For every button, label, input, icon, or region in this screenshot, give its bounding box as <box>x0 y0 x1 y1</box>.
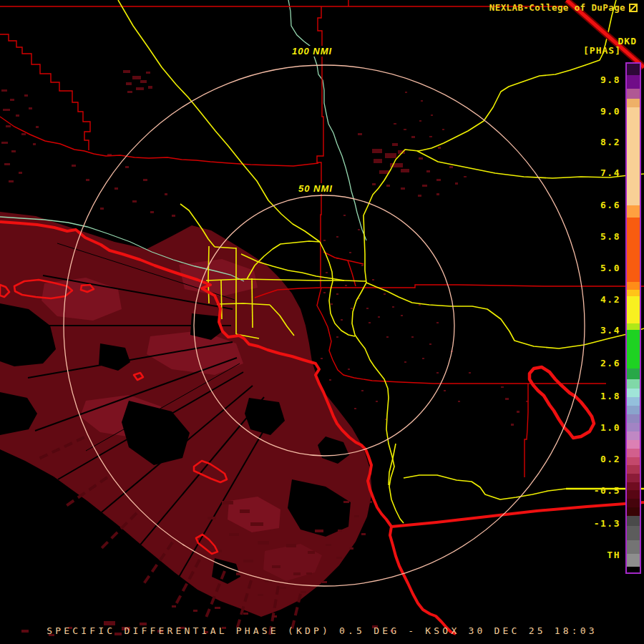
radar-map-svg <box>0 0 644 644</box>
colorbar-segment <box>627 554 640 567</box>
colorbar-segment <box>627 431 640 440</box>
colorbar-segment <box>627 507 640 516</box>
colorbar-label: -0.5 <box>577 485 620 496</box>
colorbar-segment <box>627 474 640 482</box>
radar-display: 100 NMI 50 NMI NEXLAB-College of DuPage … <box>0 0 644 644</box>
colorbar-label: TH <box>577 550 620 560</box>
colorbar-segment <box>627 323 640 330</box>
colorbar-segment <box>627 107 640 205</box>
colorbar-segment <box>627 282 640 290</box>
colorbar-label: 0.2 <box>577 454 620 464</box>
colorbar-segment <box>627 290 640 296</box>
colorbar-segment <box>627 414 640 423</box>
colorbar-segment <box>627 296 640 323</box>
colorbar-label: 1.8 <box>577 391 620 401</box>
colorbar-segment <box>627 423 640 431</box>
header: NEXLAB-College of DuPage <box>489 2 638 13</box>
caption: SPECIFIC DIFFERENTIAL PHASE (KDP) 0.5 DE… <box>0 625 644 636</box>
colorbar-label: 9.0 <box>577 106 620 117</box>
colorbar-label: 9.8 <box>577 74 620 85</box>
colorbar-label: 8.2 <box>577 137 620 147</box>
colorbar-segment <box>627 457 640 465</box>
colorbar-segment <box>627 389 640 397</box>
colorbar-segment <box>627 540 640 554</box>
colorbar-segment <box>627 516 640 526</box>
colorbar-segment <box>627 75 640 89</box>
product-phase-tag: [PHAS] <box>583 45 621 56</box>
colorbar-label: 2.6 <box>577 358 620 369</box>
colorbar-label: 1.0 <box>577 422 620 433</box>
colorbar-segment <box>627 526 640 540</box>
colorbar-segment <box>627 205 640 218</box>
colorbar-segment <box>627 99 640 107</box>
colorbar-segment <box>627 465 640 474</box>
colorbar-segment <box>627 440 640 449</box>
colorbar-segment <box>627 330 640 369</box>
source-title: NEXLAB-College of DuPage <box>489 2 625 13</box>
colorbar-label: 4.2 <box>577 294 620 305</box>
colorbar-segment <box>627 369 640 379</box>
colorbar-label: -1.3 <box>577 518 620 529</box>
colorbar-segment <box>627 379 640 389</box>
echo-layer <box>0 70 528 639</box>
ring-label-100nmi: 100 NMI <box>290 46 334 57</box>
ring-label-50nmi: 50 NMI <box>296 183 335 194</box>
colorbar-label: 3.4 <box>577 325 620 336</box>
colorbar-segment <box>627 64 640 75</box>
colorbar-segment <box>627 567 640 572</box>
colorbar-segment <box>627 449 640 457</box>
colorbar-segment <box>627 499 640 507</box>
colorbar-segment <box>627 397 640 406</box>
colorbar-label: 5.0 <box>577 263 620 273</box>
colorbar-segment <box>627 218 640 282</box>
colorbar-label: 7.4 <box>577 167 620 178</box>
colorbar-segment <box>627 89 640 99</box>
colorbar-segment <box>627 482 640 490</box>
colorbar-segment <box>627 490 640 499</box>
colorbar-label: 5.8 <box>577 231 620 242</box>
colorbar <box>625 62 641 574</box>
cod-logo-icon <box>629 4 638 12</box>
colorbar-label: 6.6 <box>577 200 620 210</box>
colorbar-segment <box>627 406 640 414</box>
